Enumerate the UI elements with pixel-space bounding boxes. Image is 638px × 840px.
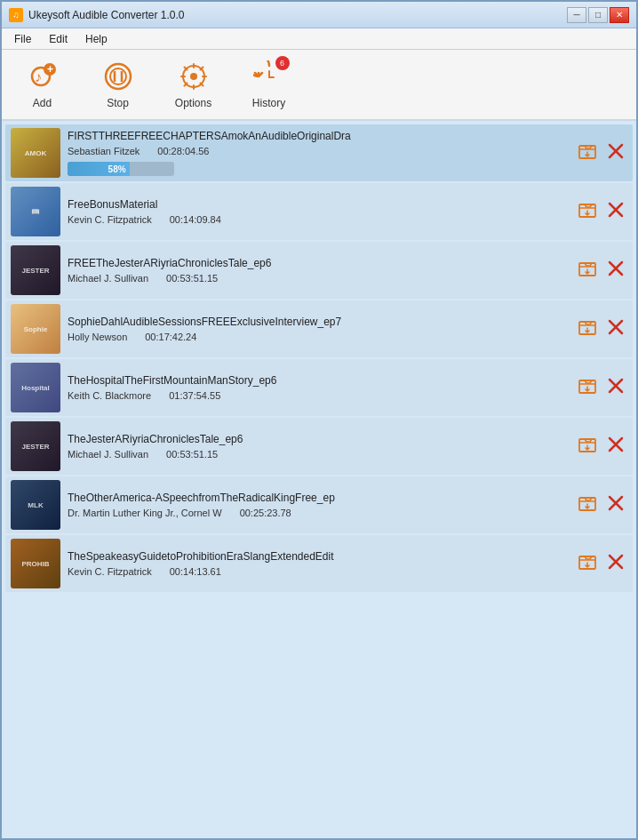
item-thumbnail: JESTER: [11, 421, 60, 471]
item-meta: Sebastian Fitzek 00:28:04.56: [68, 146, 569, 156]
item-duration: 00:53:51.15: [166, 449, 218, 460]
close-button[interactable]: ✕: [610, 7, 629, 23]
progress-bar-bg: 58%: [68, 162, 174, 176]
delete-button[interactable]: [604, 141, 627, 164]
item-actions: [576, 435, 627, 458]
content-area[interactable]: AMOK FIRSTTHREEFREECHAPTERSAmokAnAudible…: [2, 121, 636, 838]
maximize-button[interactable]: □: [588, 7, 608, 23]
item-thumbnail: AMOK: [11, 128, 60, 178]
item-meta: Michael J. Sullivan 00:53:51.15: [68, 273, 569, 284]
stop-button[interactable]: Stop: [84, 53, 151, 116]
item-author: Holly Newson: [68, 332, 127, 342]
delete-icon: [606, 376, 626, 400]
item-thumbnail: Hospital: [11, 363, 60, 412]
item-actions: [576, 259, 627, 282]
open-folder-button[interactable]: [576, 435, 599, 458]
delete-button[interactable]: [604, 200, 627, 223]
open-folder-button[interactable]: [576, 376, 599, 399]
item-thumbnail: PROHIB: [11, 539, 60, 588]
item-actions: [576, 200, 627, 223]
open-folder-icon: [578, 259, 597, 283]
item-duration: 00:25:23.78: [240, 508, 291, 518]
history-icon: 6: [252, 60, 286, 93]
item-info: FreeBonusMaterial Kevin C. Fitzpatrick 0…: [68, 198, 569, 225]
item-author: Sebastian Fitzek: [68, 146, 140, 156]
delete-button[interactable]: [604, 435, 627, 458]
open-folder-button[interactable]: [576, 552, 599, 575]
item-author: Michael J. Sullivan: [68, 449, 148, 460]
item-info: SophieDahlAudibleSessionsFREEExclusiveIn…: [68, 316, 569, 342]
svg-text:+: +: [47, 63, 53, 76]
open-folder-button[interactable]: [576, 317, 599, 340]
item-info: TheHospitalTheFirstMountainManStory_ep6 …: [68, 374, 569, 401]
title-bar: ♫ Ukeysoft Audible Converter 1.0.0 ─ □ ✕: [2, 2, 636, 28]
open-folder-button[interactable]: [576, 493, 599, 516]
item-info: TheOtherAmerica-ASpeechfromTheRadicalKin…: [68, 492, 569, 518]
open-folder-icon: [578, 493, 597, 517]
thumb-label: AMOK: [11, 128, 60, 178]
add-label: Add: [33, 97, 52, 109]
delete-button[interactable]: [604, 552, 627, 575]
delete-icon: [606, 435, 626, 459]
delete-icon: [606, 200, 626, 224]
thumb-label: MLK: [11, 480, 60, 530]
item-duration: 00:14:09.84: [170, 214, 221, 225]
delete-icon: [606, 141, 626, 165]
stop-icon: [101, 60, 135, 93]
item-author: Kevin C. Fitzpatrick: [68, 566, 152, 577]
item-author: Kevin C. Fitzpatrick: [68, 214, 152, 225]
open-folder-icon: [578, 141, 597, 165]
item-meta: Keith C. Blackmore 01:37:54.55: [68, 390, 569, 401]
add-icon: ♪ +: [26, 60, 60, 93]
item-author: Dr. Martin Luther King Jr., Cornel W: [68, 508, 222, 518]
item-title: FreeBonusMaterial: [68, 198, 569, 211]
item-title: TheHospitalTheFirstMountainManStory_ep6: [68, 374, 569, 387]
open-folder-button[interactable]: [576, 200, 599, 223]
delete-button[interactable]: [604, 317, 627, 340]
item-actions: [576, 552, 627, 575]
item-title: TheSpeakeasyGuidetoProhibitionEraSlangEx…: [68, 550, 569, 563]
open-folder-button[interactable]: [576, 259, 599, 282]
menu-file[interactable]: File: [5, 31, 40, 47]
delete-button[interactable]: [604, 493, 627, 516]
window-title: Ukeysoft Audible Converter 1.0.0: [28, 9, 184, 21]
menu-edit[interactable]: Edit: [40, 31, 76, 47]
item-duration: 00:53:51.15: [166, 273, 218, 284]
delete-icon: [606, 552, 626, 576]
item-title: SophieDahlAudibleSessionsFREEExclusiveIn…: [68, 316, 569, 328]
options-icon: [177, 60, 211, 93]
svg-text:♪: ♪: [35, 69, 42, 84]
options-label: Options: [175, 97, 211, 109]
delete-icon: [606, 259, 626, 283]
open-folder-icon: [578, 317, 597, 341]
minimize-button[interactable]: ─: [567, 7, 586, 23]
list-item: JESTER TheJesterARiyriaChroniclesTale_ep…: [5, 418, 633, 475]
options-button[interactable]: Options: [160, 53, 227, 116]
item-title: TheOtherAmerica-ASpeechfromTheRadicalKin…: [68, 492, 569, 504]
history-button[interactable]: 6 History: [235, 53, 302, 116]
delete-button[interactable]: [604, 376, 627, 399]
menu-help[interactable]: Help: [76, 31, 116, 47]
item-title: FREETheJesterARiyriaChroniclesTale_ep6: [68, 257, 569, 269]
open-folder-button[interactable]: [576, 141, 599, 164]
item-title: FIRSTTHREEFREECHAPTERSAmokAnAudibleOrigi…: [68, 130, 569, 142]
item-meta: Dr. Martin Luther King Jr., Cornel W 00:…: [68, 508, 569, 518]
open-folder-icon: [578, 200, 597, 224]
add-button[interactable]: ♪ + Add: [9, 53, 76, 116]
history-badge: 6: [275, 56, 290, 70]
open-folder-icon: [578, 552, 597, 576]
item-title: TheJesterARiyriaChroniclesTale_ep6: [68, 433, 569, 445]
item-actions: [576, 141, 627, 164]
item-thumbnail: Sophie: [11, 304, 60, 354]
item-thumbnail: JESTER: [11, 245, 60, 295]
toolbar: ♪ + Add Stop: [2, 50, 636, 121]
item-actions: [576, 317, 627, 340]
list-item: 📖 FreeBonusMaterial Kevin C. Fitzpatrick…: [5, 183, 633, 240]
delete-button[interactable]: [604, 259, 627, 282]
thumb-label: PROHIB: [11, 539, 60, 588]
item-meta: Michael J. Sullivan 00:53:51.15: [68, 449, 569, 460]
progress-container: 58%: [68, 162, 569, 176]
delete-icon: [606, 317, 626, 341]
thumb-label: Sophie: [11, 304, 60, 354]
app-icon: ♫: [9, 8, 23, 22]
